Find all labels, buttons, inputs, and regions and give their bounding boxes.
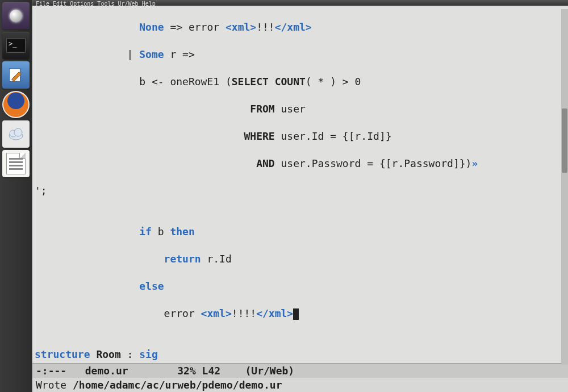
dash-icon[interactable] (2, 2, 30, 30)
svg-point-3 (14, 128, 22, 136)
cloud-app-icon[interactable] (2, 120, 30, 148)
text-cursor (293, 308, 299, 320)
libreoffice-icon[interactable] (2, 150, 30, 177)
unity-launcher (0, 0, 32, 392)
scrollbar-thumb[interactable] (562, 109, 567, 173)
terminal-icon[interactable] (2, 32, 30, 59)
window-titlebar: File Edit Options Tools Ur/Web Help (32, 0, 568, 6)
vertical-scrollbar[interactable] (561, 9, 568, 365)
text-editor-icon[interactable] (2, 61, 30, 89)
emacs-minibuffer: Wrote /home/adamc/ac/urweb/pdemo/demo.ur (32, 378, 568, 392)
emacs-window: File Edit Options Tools Ur/Web Help None… (32, 0, 568, 392)
emacs-modeline: -:--- demo.ur 32% L42 (Ur/Web) (32, 363, 568, 378)
code-buffer[interactable]: None => error <xml>!!!</xml> | Some r =>… (32, 6, 568, 363)
firefox-icon[interactable] (2, 91, 30, 118)
